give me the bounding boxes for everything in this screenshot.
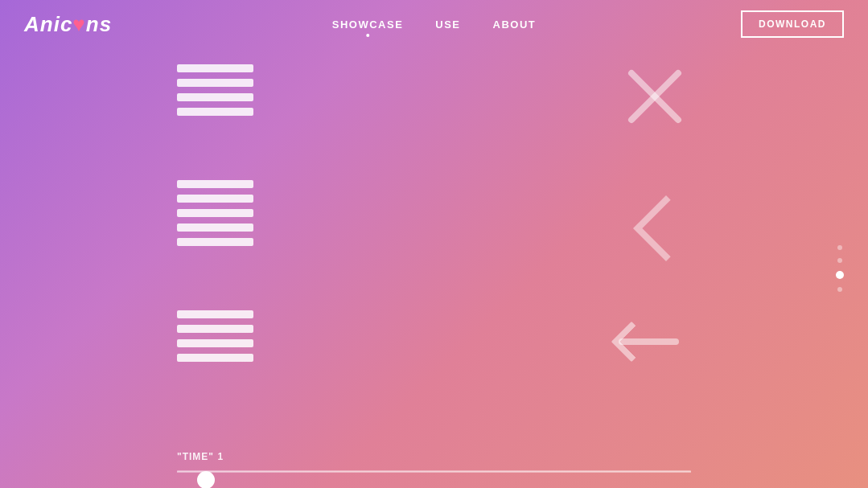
dots-indicator [836,245,844,292]
hamburger-line [177,180,253,188]
logo: Anic♥ns [24,12,112,37]
hamburger-icon-3[interactable] [177,310,253,362]
hamburger-line [177,354,253,362]
hamburger-line [177,339,253,347]
icons-right-column [619,64,691,362]
slider-container [177,470,691,472]
bottom-controls: "TIME" 1 [177,451,691,472]
logo-heart: ♥ [72,12,85,36]
nav-use[interactable]: USE [435,18,460,31]
header: Anic♥ns SHOWCASE USE AbouT DOWNLOAD [0,0,868,48]
dot-item[interactable] [837,258,842,263]
time-slider[interactable] [177,464,691,480]
arrow-left-icon[interactable] [619,322,691,362]
hamburger-icon-1[interactable] [177,64,253,116]
hamburger-line [177,238,253,246]
chevron-left-icon[interactable] [631,193,679,257]
hamburger-line [177,79,253,87]
time-label: "TIME" 1 [177,451,691,462]
hamburger-line [177,93,253,101]
hamburger-line [177,209,253,217]
hamburger-line [177,223,253,232]
dot-item-active[interactable] [836,271,844,279]
hamburger-line [177,325,253,333]
hamburger-icon-2[interactable] [177,180,253,246]
hamburger-line [177,64,253,72]
hamburger-line [177,310,253,318]
main-nav: SHOWCASE USE AbouT [332,18,537,31]
arrow-shaft [619,338,679,345]
dot-item[interactable] [837,287,842,292]
nav-about[interactable]: AbouT [493,18,537,31]
dot-item[interactable] [837,245,842,250]
close-x-icon[interactable] [623,64,687,129]
slider-track [177,470,691,472]
hamburger-line [177,195,253,203]
icons-left-column [177,64,253,362]
hamburger-line [177,108,253,116]
main-content: "TIME" 1 [0,48,868,488]
nav-showcase[interactable]: SHOWCASE [332,18,404,31]
download-button[interactable]: DOWNLOAD [741,10,844,38]
